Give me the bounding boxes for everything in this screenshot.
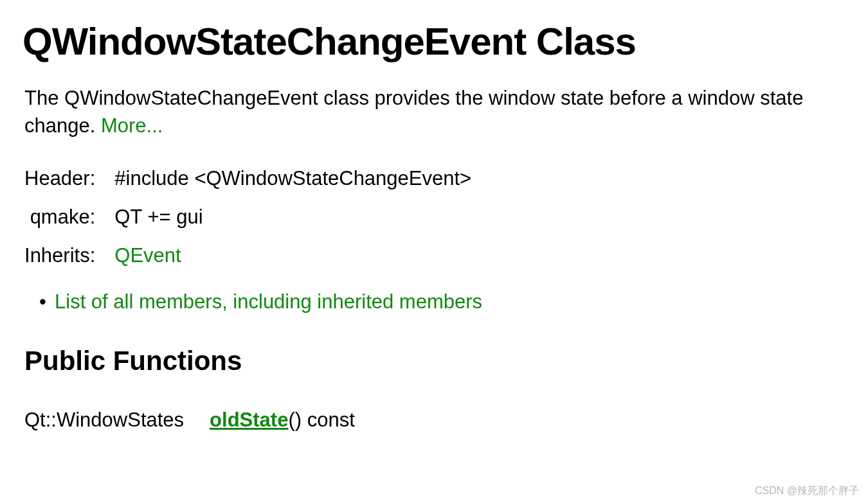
info-row-header: Header: #include <QWindowStateChangeEven…	[24, 159, 471, 198]
function-return-type: Qt::WindowStates	[24, 409, 210, 432]
page-title: QWindowStateChangeEvent Class	[23, 19, 845, 64]
header-label: Header:	[24, 159, 114, 198]
function-signature: oldState() const	[210, 409, 355, 432]
members-link-list: List of all members, including inherited…	[23, 290, 845, 313]
function-row: Qt::WindowStates oldState() const	[24, 409, 355, 432]
header-value: #include <QWindowStateChangeEvent>	[114, 159, 471, 198]
qmake-value: QT += gui	[114, 198, 471, 236]
list-item: List of all members, including inherited…	[55, 290, 845, 313]
more-link[interactable]: More...	[101, 114, 163, 137]
inherits-label: Inherits:	[24, 236, 114, 275]
info-row-qmake: qmake: QT += gui	[24, 198, 471, 236]
qmake-label: qmake:	[24, 198, 114, 236]
class-info-table: Header: #include <QWindowStateChangeEven…	[24, 159, 471, 275]
watermark-text: CSDN @辣死那个胖子	[755, 484, 859, 498]
class-description: The QWindowStateChangeEvent class provid…	[23, 84, 845, 140]
function-suffix: () const	[288, 409, 354, 431]
all-members-link[interactable]: List of all members, including inherited…	[55, 290, 482, 313]
public-functions-table: Qt::WindowStates oldState() const	[24, 409, 355, 432]
inherits-link[interactable]: QEvent	[114, 244, 181, 267]
function-name-link[interactable]: oldState	[210, 409, 288, 431]
info-row-inherits: Inherits: QEvent	[24, 236, 471, 275]
public-functions-heading: Public Functions	[23, 346, 845, 376]
